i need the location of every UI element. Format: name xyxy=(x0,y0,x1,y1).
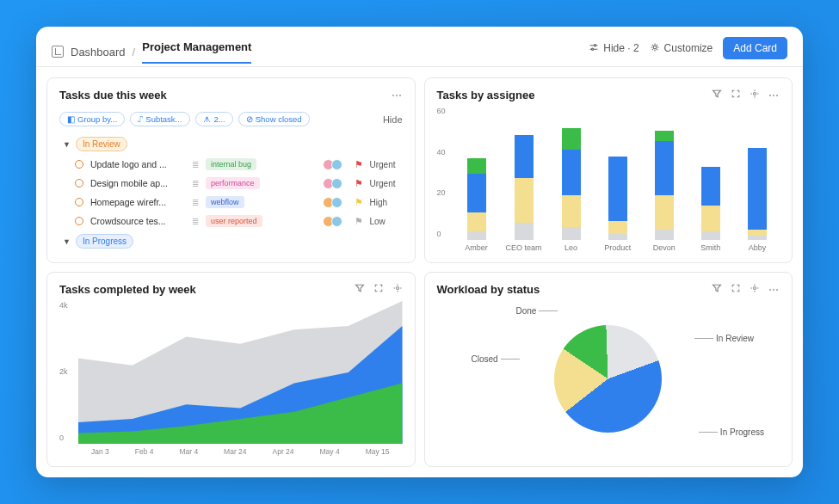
add-card-button[interactable]: Add Card xyxy=(723,37,787,59)
breadcrumb-root[interactable]: Dashboard xyxy=(71,46,126,58)
bar-segment xyxy=(748,148,767,230)
bar-label: Amber xyxy=(465,243,488,252)
task-priority: High xyxy=(370,198,403,207)
funnel-icon[interactable] xyxy=(712,89,722,101)
svg-point-4 xyxy=(396,287,398,290)
bar-label: Smith xyxy=(700,243,720,252)
bar-segment xyxy=(655,131,674,142)
bar-label: CEO team xyxy=(506,243,542,252)
assignee-avatars xyxy=(325,178,342,189)
flag-icon: ⚑ xyxy=(355,178,363,189)
card-workload-by-status: Workload by status ⋯ In ProgressIn Revie… xyxy=(424,272,793,467)
funnel-icon[interactable] xyxy=(712,283,722,296)
customize-label: Customize xyxy=(664,42,713,54)
breadcrumb: Dashboard / Project Management xyxy=(52,40,251,64)
bar-segment xyxy=(701,206,720,231)
task-name: Update logo and ... xyxy=(90,159,185,169)
bar-segment xyxy=(701,231,720,240)
stack-icon: ◧ xyxy=(67,114,75,124)
bar-segment xyxy=(655,230,674,241)
funnel-icon[interactable] xyxy=(355,283,365,296)
card-tasks-due: Tasks due this week ⋯ ◧Group by... ⑀Subt… xyxy=(46,77,416,263)
bar-column: Abby xyxy=(740,148,774,253)
bar-segment xyxy=(608,234,627,241)
pie-label: Done xyxy=(516,306,558,316)
status-dot-icon xyxy=(75,179,83,187)
breadcrumb-sep: / xyxy=(133,46,136,58)
bar-segment xyxy=(467,231,486,240)
pie-label: Closed xyxy=(472,354,520,364)
more-icon[interactable]: ⋯ xyxy=(768,89,780,101)
status-in-progress[interactable]: ▼ In Progress xyxy=(63,234,403,249)
y-axis: 6040200 xyxy=(437,107,446,238)
more-icon[interactable]: ⋯ xyxy=(768,284,780,296)
assignee-avatars xyxy=(325,216,342,227)
hide-label: Hide · 2 xyxy=(603,42,639,54)
bar-label: Leo xyxy=(564,243,577,252)
status-in-review[interactable]: ▼ In Review xyxy=(63,137,403,151)
header-actions: Hide · 2 Customize Add Card xyxy=(589,37,787,66)
dashboard-icon xyxy=(52,46,64,58)
description-icon: ≣ xyxy=(192,179,199,188)
task-row[interactable]: Crowdsource tes... ≣ user reported ⚑ Low xyxy=(59,212,403,230)
task-tag: performance xyxy=(206,177,260,189)
gear-icon[interactable] xyxy=(750,89,760,101)
breadcrumb-page[interactable]: Project Management xyxy=(142,40,251,64)
bar-segment xyxy=(655,141,674,195)
chip-group-by[interactable]: ◧Group by... xyxy=(59,112,125,126)
task-name: Crowdsource tes... xyxy=(90,216,185,226)
pie-label: In Progress xyxy=(699,427,764,437)
avatar xyxy=(331,178,342,189)
bar-segment xyxy=(562,150,581,195)
app-window: Dashboard / Project Management Hide · 2 … xyxy=(36,27,803,477)
bar-label: Devon xyxy=(653,243,676,252)
status-dot-icon xyxy=(75,198,83,206)
hide-button[interactable]: Hide · 2 xyxy=(589,42,639,55)
pie-chart: In ProgressIn ReviewDoneClosed xyxy=(437,301,780,456)
area-chart: 4k2k0 Jan 3Feb 4Mar 4Mar 24Apr 24May 4Ma… xyxy=(59,301,403,456)
assignee-avatars xyxy=(325,159,342,170)
task-tag: user reported xyxy=(206,215,262,227)
block-icon: ⊘ xyxy=(246,114,253,124)
pie xyxy=(554,325,662,433)
avatar xyxy=(331,159,342,170)
status-dot-icon xyxy=(75,160,83,169)
description-icon: ≣ xyxy=(192,198,199,207)
task-row[interactable]: Design mobile ap... ≣ performance ⚑ Urge… xyxy=(59,174,403,193)
bar-label: Abby xyxy=(749,243,767,252)
bar-segment xyxy=(467,174,486,212)
dashboard-grid: Tasks due this week ⋯ ◧Group by... ⑀Subt… xyxy=(36,67,803,477)
expand-icon[interactable] xyxy=(731,89,741,101)
gear-icon xyxy=(650,42,660,55)
task-row[interactable]: Update logo and ... ≣ internal bug ⚑ Urg… xyxy=(59,155,403,174)
y-axis: 4k2k0 xyxy=(59,301,68,442)
bar-column: Leo xyxy=(554,128,589,252)
expand-icon[interactable] xyxy=(731,283,741,296)
bar-segment xyxy=(748,236,767,240)
task-name: Homepage wirefr... xyxy=(90,197,185,207)
branch-icon: ⑀ xyxy=(138,114,143,124)
flag-icon: ⚑ xyxy=(355,216,363,227)
expand-icon[interactable] xyxy=(373,283,384,296)
hide-chips-button[interactable]: Hide xyxy=(383,114,403,125)
gear-icon[interactable] xyxy=(392,283,403,296)
chip-show-closed[interactable]: ⊘Show closed xyxy=(238,112,310,126)
chip-filter-count[interactable]: ⩚2... xyxy=(195,112,233,126)
bar-chart: 6040200 AmberCEO teamLeoProductDevonSmit… xyxy=(437,107,780,252)
bar-column: Product xyxy=(601,157,635,253)
chip-subtask[interactable]: ⑀Subtask... xyxy=(130,112,189,126)
bar-segment xyxy=(608,221,627,234)
customize-button[interactable]: Customize xyxy=(650,42,713,55)
bar-segment xyxy=(515,178,534,224)
bar-segment xyxy=(608,157,627,221)
card-tasks-completed: Tasks completed by week 4k2k0 Jan 3Feb 4… xyxy=(46,272,416,467)
bar-segment xyxy=(655,195,674,230)
gear-icon[interactable] xyxy=(750,283,760,296)
titlebar: Dashboard / Project Management Hide · 2 … xyxy=(36,27,803,67)
task-row[interactable]: Homepage wirefr... ≣ webflow ⚑ High xyxy=(59,193,403,212)
bar-segment xyxy=(467,158,486,174)
more-icon[interactable]: ⋯ xyxy=(392,89,403,101)
card-title: Workload by status xyxy=(437,283,540,296)
caret-down-icon: ▼ xyxy=(63,237,71,246)
task-tag: internal bug xyxy=(206,158,256,170)
